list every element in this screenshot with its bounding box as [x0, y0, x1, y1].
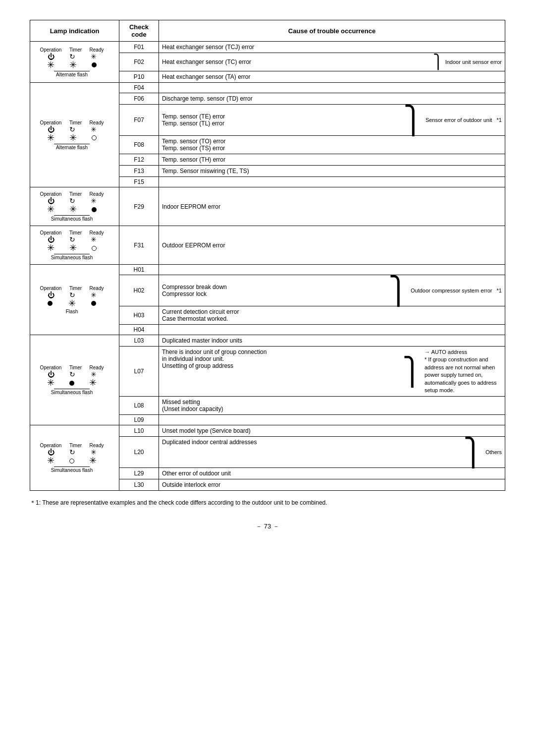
- cause-h02: Compressor break down Compressor lock ⎫ …: [159, 275, 505, 306]
- check-code-f31: F31: [119, 226, 159, 265]
- check-code-h03: H03: [119, 306, 159, 325]
- lamp-indication-3: Operation Timer Ready ⏻ ↻ ✳ ✳ ✳: [32, 189, 111, 224]
- check-code-f07: F07: [119, 105, 159, 136]
- timer-indicator: ✳: [69, 243, 77, 252]
- cause-l30: Outside interlock error: [159, 479, 505, 491]
- flash-type-label-2: Alternate flash: [32, 145, 111, 150]
- ready-label: Ready: [90, 191, 104, 197]
- ready-indicator: ✳: [89, 456, 97, 465]
- timer-icon: ↻: [69, 53, 75, 60]
- footnote: ＊1: These are representative examples an…: [30, 499, 505, 507]
- power-icon: ⏻: [48, 197, 54, 205]
- ready-icon: ✳: [91, 235, 97, 243]
- cause-f07: Temp. sensor (TE) error Temp. sensor (TL…: [159, 105, 505, 136]
- ready-label: Ready: [90, 443, 104, 448]
- check-code-h02: H02: [119, 275, 159, 306]
- cause-f15: [159, 177, 505, 187]
- flash-type-label-5: Flash: [32, 309, 111, 314]
- ready-label: Ready: [90, 286, 104, 291]
- timer-indicator: [69, 456, 74, 465]
- header-code: Check code: [119, 20, 159, 42]
- check-code-l07: L07: [119, 347, 159, 397]
- power-icon: ⏻: [48, 448, 54, 456]
- flash-type-label-3: Simultaneous flash: [32, 216, 111, 222]
- flash-type-label-7: Simultaneous flash: [32, 467, 111, 473]
- ready-icon: ✳: [91, 53, 97, 60]
- timer-indicator: ✳: [69, 205, 77, 214]
- timer-label: Timer: [69, 120, 82, 125]
- op-label: Operation: [40, 365, 61, 370]
- power-icon: ⏻: [48, 235, 54, 243]
- flash-type-label-4: Simultaneous flash: [32, 255, 111, 260]
- timer-indicator: ✳: [69, 133, 77, 142]
- table-row: Operation Timer Ready ⏻ ↻ ✳ ✳ ✳: [30, 83, 505, 93]
- header-lamp: Lamp indication: [30, 20, 119, 42]
- op-label: Operation: [40, 47, 61, 53]
- timer-label: Timer: [69, 443, 82, 448]
- lamp-indication-6: Operation Timer Ready ⏻ ↻ ✳ ✳ ✳: [32, 363, 111, 397]
- cause-f29: Indoor EEPROM error: [159, 187, 505, 226]
- error-code-table: Lamp indication Check code Cause of trou…: [30, 20, 505, 491]
- timer-icon: ↻: [69, 291, 75, 299]
- power-icon: ⏻: [48, 291, 54, 299]
- check-code-f12: F12: [119, 154, 159, 166]
- ready-icon: ✳: [91, 370, 97, 378]
- check-code-h01: H01: [119, 265, 159, 275]
- ready-label: Ready: [90, 365, 104, 370]
- check-code-f08: F08: [119, 136, 159, 154]
- check-code-p10: P10: [119, 71, 159, 83]
- op-indicator: ✳: [47, 456, 54, 465]
- timer-label: Timer: [69, 230, 82, 235]
- flash-type-label-6: Simultaneous flash: [32, 390, 111, 395]
- cause-l10: Unset model type (Service board): [159, 425, 505, 437]
- cause-f12: Temp. sensor (TH) error: [159, 154, 505, 166]
- op-indicator: ✳: [47, 378, 54, 387]
- op-indicator: [48, 299, 53, 308]
- ready-icon: ✳: [91, 197, 97, 205]
- op-indicator: ✳: [47, 205, 54, 214]
- timer-label: Timer: [69, 286, 82, 291]
- cause-l20: Duplicated indoor central addresses ⎫ Ot…: [159, 437, 505, 468]
- op-indicator: ✳: [47, 60, 54, 69]
- ready-label: Ready: [90, 120, 104, 125]
- ready-indicator: [91, 299, 96, 308]
- cause-h04: [159, 325, 505, 335]
- cause-f31: Outdoor EEPROM error: [159, 226, 505, 265]
- table-row: Operation Timer Ready ⏻ ↻ ✳ ✳ ✳: [30, 187, 505, 226]
- op-indicator: ✳: [47, 243, 54, 252]
- ready-indicator: [92, 60, 97, 69]
- timer-label: Timer: [69, 191, 82, 197]
- cause-f01: Heat exchanger sensor (TCJ) error: [159, 42, 505, 53]
- cause-f02: Heat exchanger sensor (TC) error ⎫ Indoo…: [159, 53, 505, 71]
- ready-label: Ready: [90, 47, 104, 53]
- ready-indicator: [92, 243, 97, 252]
- check-code-l09: L09: [119, 415, 159, 425]
- check-code-f02: F02: [119, 53, 159, 71]
- timer-label: Timer: [69, 47, 82, 53]
- check-code-f15: F15: [119, 177, 159, 187]
- ready-icon: ✳: [91, 448, 97, 456]
- timer-icon: ↻: [69, 448, 75, 456]
- cause-l29: Other error of outdoor unit: [159, 468, 505, 479]
- check-code-l20: L20: [119, 437, 159, 468]
- op-label: Operation: [40, 286, 61, 291]
- op-indicator: ✳: [47, 133, 54, 142]
- check-code-l10: L10: [119, 425, 159, 437]
- table-row: Operation Timer Ready ⏻ ↻ ✳ ✳ ✳: [30, 226, 505, 265]
- check-code-f13: F13: [119, 166, 159, 177]
- check-code-f01: F01: [119, 42, 159, 53]
- table-row: Operation Timer Ready ⏻ ↻ ✳ ✳ ✳: [30, 42, 505, 53]
- ready-indicator: [92, 205, 97, 214]
- op-label: Operation: [40, 120, 61, 125]
- timer-icon: ↻: [69, 235, 75, 243]
- cause-l08: Missed setting (Unset indoor capacity): [159, 397, 505, 415]
- cause-l09: [159, 415, 505, 425]
- header-cause: Cause of trouble occurrence: [159, 20, 505, 42]
- timer-indicator: ✳: [68, 299, 76, 308]
- timer-icon: ↻: [69, 370, 75, 378]
- timer-label: Timer: [69, 365, 82, 370]
- check-code-f04: F04: [119, 83, 159, 93]
- table-row: Operation Timer Ready ⏻ ↻ ✳ ✳ ✳: [30, 425, 505, 437]
- ready-indicator: [92, 133, 97, 142]
- cause-f04: [159, 83, 505, 93]
